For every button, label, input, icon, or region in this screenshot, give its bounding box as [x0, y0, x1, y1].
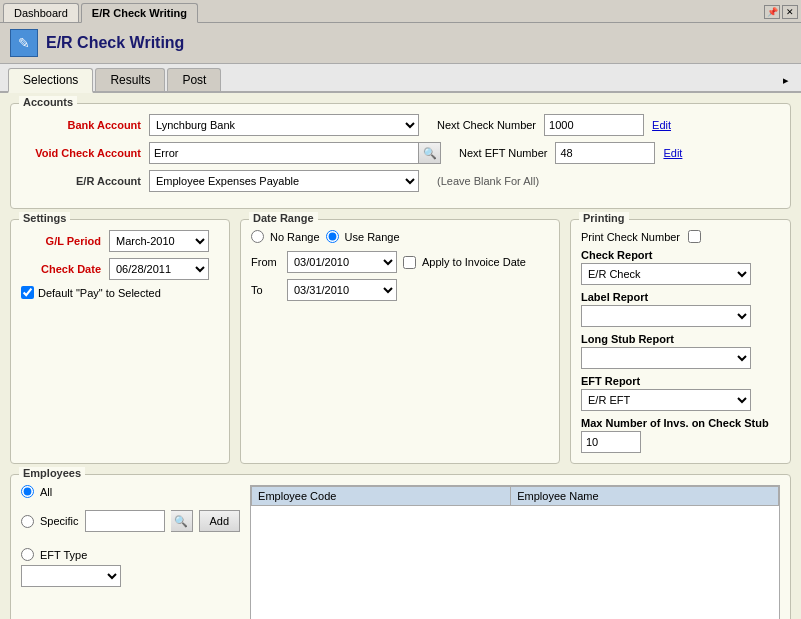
void-check-label: Void Check Account: [21, 147, 141, 159]
gl-period-select[interactable]: March-2010: [109, 230, 209, 252]
eft-report-label: EFT Report: [581, 375, 780, 387]
tab-bar: Dashboard E/R Check Writing 📌 ✕: [0, 0, 801, 23]
print-check-label: Print Check Number: [581, 231, 680, 243]
subtab-post[interactable]: Post: [167, 68, 221, 91]
next-eft-label: Next EFT Number: [459, 147, 547, 159]
er-account-row: E/R Account Employee Expenses Payable (L…: [21, 170, 780, 192]
apply-invoice-label: Apply to Invoice Date: [422, 256, 526, 268]
all-label: All: [40, 486, 52, 498]
long-stub-select[interactable]: [581, 347, 751, 369]
specific-input[interactable]: [85, 510, 165, 532]
date-range-label: Date Range: [249, 212, 318, 224]
next-check-edit-link[interactable]: Edit: [652, 119, 671, 131]
employees-section: Employees All Specific 🔍 Add EFT: [10, 474, 791, 619]
gl-period-label: G/L Period: [21, 235, 101, 247]
pin-btn[interactable]: 📌: [764, 5, 780, 19]
emp-table: Employee Code Employee Name: [251, 486, 779, 506]
emp-left-panel: All Specific 🔍 Add EFT Type: [21, 485, 240, 619]
max-invs-label: Max Number of Invs. on Check Stub: [581, 417, 780, 429]
default-pay-label: Default "Pay" to Selected: [38, 287, 161, 299]
window-header: ✎ E/R Check Writing: [0, 23, 801, 64]
bank-account-field-group: Lynchburg Bank: [149, 114, 419, 136]
subtab-arrow: ▸: [779, 70, 793, 91]
from-label: From: [251, 256, 281, 268]
max-invs-input[interactable]: [581, 431, 641, 453]
add-button[interactable]: Add: [199, 510, 241, 532]
page-title: E/R Check Writing: [46, 34, 184, 52]
date-range-section: Date Range No Range Use Range From 03/01…: [240, 219, 560, 464]
print-check-checkbox[interactable]: [688, 230, 701, 243]
three-col-layout: Settings G/L Period March-2010 Check Dat…: [10, 219, 791, 474]
label-report-select[interactable]: [581, 305, 751, 327]
check-date-label: Check Date: [21, 263, 101, 275]
to-label: To: [251, 284, 281, 296]
emp-table-wrapper: Employee Code Employee Name: [250, 485, 780, 619]
blank-note: (Leave Blank For All): [437, 175, 539, 187]
long-stub-group: Long Stub Report: [581, 333, 780, 369]
specific-radio-group: Specific 🔍 Add: [21, 510, 240, 532]
subtab-selections[interactable]: Selections: [8, 68, 93, 93]
void-check-search-btn[interactable]: 🔍: [419, 142, 441, 164]
all-radio[interactable]: [21, 485, 34, 498]
printing-label: Printing: [579, 212, 629, 224]
long-stub-label: Long Stub Report: [581, 333, 780, 345]
bank-account-label: Bank Account: [21, 119, 141, 131]
eft-type-radio[interactable]: [21, 548, 34, 561]
next-eft-input[interactable]: [555, 142, 655, 164]
employees-layout: All Specific 🔍 Add EFT Type: [21, 485, 780, 619]
to-date-row: To 03/31/2010: [251, 279, 549, 301]
subtab-results[interactable]: Results: [95, 68, 165, 91]
check-date-select[interactable]: 06/28/2011: [109, 258, 209, 280]
next-check-label: Next Check Number: [437, 119, 536, 131]
eft-type-label: EFT Type: [40, 549, 87, 561]
use-range-label: Use Range: [345, 231, 400, 243]
check-date-row: Check Date 06/28/2011: [21, 258, 219, 280]
emp-code-header: Employee Code: [252, 487, 511, 506]
specific-search-btn[interactable]: 🔍: [171, 510, 193, 532]
eft-report-group: EFT Report E/R EFT: [581, 375, 780, 411]
void-check-field-group: 🔍: [149, 142, 441, 164]
employees-label: Employees: [19, 467, 85, 479]
no-range-radio[interactable]: [251, 230, 264, 243]
emp-name-header: Employee Name: [511, 487, 779, 506]
er-account-select[interactable]: Employee Expenses Payable: [149, 170, 419, 192]
gl-period-row: G/L Period March-2010: [21, 230, 219, 252]
accounts-label: Accounts: [19, 96, 77, 108]
emp-right-panel: Employee Code Employee Name: [250, 485, 780, 619]
no-range-label: No Range: [270, 231, 320, 243]
from-date-select[interactable]: 03/01/2010: [287, 251, 397, 273]
max-invs-group: Max Number of Invs. on Check Stub: [581, 417, 780, 453]
default-pay-row: Default "Pay" to Selected: [21, 286, 219, 299]
use-range-radio[interactable]: [326, 230, 339, 243]
next-eft-edit-link[interactable]: Edit: [663, 147, 682, 159]
main-content: Accounts Bank Account Lynchburg Bank Nex…: [0, 93, 801, 619]
to-date-select[interactable]: 03/31/2010: [287, 279, 397, 301]
pencil-icon: ✎: [18, 35, 30, 51]
specific-radio[interactable]: [21, 515, 34, 528]
printing-section: Printing Print Check Number Check Report…: [570, 219, 791, 464]
label-report-group: Label Report: [581, 291, 780, 327]
bank-account-row: Bank Account Lynchburg Bank Next Check N…: [21, 114, 780, 136]
check-report-label: Check Report: [581, 249, 780, 261]
eft-report-select[interactable]: E/R EFT: [581, 389, 751, 411]
void-check-input[interactable]: [149, 142, 419, 164]
bank-account-select[interactable]: Lynchburg Bank: [149, 114, 419, 136]
eft-type-radio-group: EFT Type: [21, 548, 240, 561]
eft-type-group: EFT Type: [21, 548, 240, 587]
all-radio-group: All: [21, 485, 240, 498]
eft-type-select[interactable]: [21, 565, 121, 587]
default-pay-checkbox[interactable]: [21, 286, 34, 299]
print-check-num-row: Print Check Number: [581, 230, 780, 243]
apply-invoice-checkbox[interactable]: [403, 256, 416, 269]
tab-ercheck[interactable]: E/R Check Writing: [81, 3, 198, 23]
label-report-label: Label Report: [581, 291, 780, 303]
next-check-input[interactable]: [544, 114, 644, 136]
close-btn[interactable]: ✕: [782, 5, 798, 19]
accounts-section: Accounts Bank Account Lynchburg Bank Nex…: [10, 103, 791, 209]
settings-label: Settings: [19, 212, 70, 224]
range-type-group: No Range Use Range: [251, 230, 549, 243]
check-report-select[interactable]: E/R Check: [581, 263, 751, 285]
settings-section: Settings G/L Period March-2010 Check Dat…: [10, 219, 230, 464]
tab-dashboard[interactable]: Dashboard: [3, 3, 79, 22]
window-icon: ✎: [10, 29, 38, 57]
